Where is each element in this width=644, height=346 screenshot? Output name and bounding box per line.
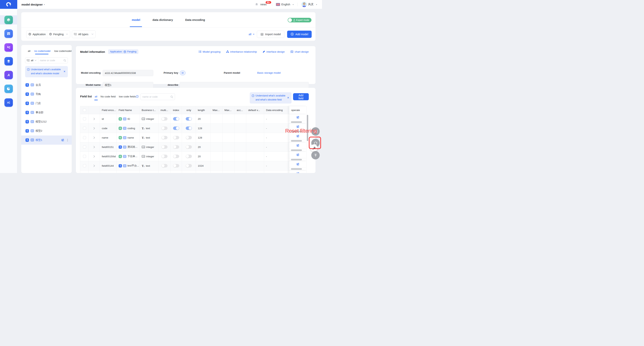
field-tab-all[interactable]: all xyxy=(95,95,97,98)
sliders-icon[interactable] xyxy=(61,139,64,142)
only-toggle[interactable] xyxy=(186,155,192,158)
more-options-icon[interactable]: ⋮ xyxy=(66,138,69,142)
top-card: modeldata dictionaryData encoding Expert… xyxy=(21,12,316,41)
user-menu[interactable]: 风灵 ▾ xyxy=(302,2,317,7)
index-toggle[interactable] xyxy=(173,164,179,168)
field-tab-no-code-field[interactable]: No code field xyxy=(100,95,116,98)
chart-panel-button[interactable] xyxy=(311,127,320,136)
expand-row-icon[interactable] xyxy=(93,137,95,139)
expand-row-icon[interactable] xyxy=(93,155,95,158)
row-checkbox[interactable] xyxy=(83,127,86,130)
model-tab-no-codemodel[interactable]: no codemodel xyxy=(34,50,50,52)
sidebar-item-layer-manager[interactable] xyxy=(0,57,17,66)
model-list-item[interactable]: 无模型2 xyxy=(21,126,72,136)
bell-icon[interactable] xyxy=(255,3,258,6)
app-title[interactable]: model designer xyxy=(22,3,43,6)
expand-row-icon[interactable] xyxy=(93,146,95,148)
expert-mode-toggle[interactable]: Expert mode xyxy=(288,18,312,22)
scrollbar-thumb[interactable] xyxy=(307,115,308,141)
import-model-button[interactable]: Import model xyxy=(257,31,284,38)
model-type-select[interactable]: all xyxy=(25,58,38,63)
close-icon[interactable]: ✕ xyxy=(287,96,290,100)
table-scrollbar[interactable] xyxy=(307,106,308,173)
model-list-item[interactable]: 无模型1⋮ xyxy=(21,136,72,145)
only-toggle[interactable] xyxy=(186,127,192,130)
index-toggle[interactable] xyxy=(173,145,179,149)
index-toggle[interactable] xyxy=(173,155,179,158)
only-toggle[interactable] xyxy=(186,145,192,149)
model-search-input[interactable] xyxy=(40,59,62,62)
multi-toggle[interactable] xyxy=(162,164,168,168)
import-icon xyxy=(260,33,264,36)
sidebar-item-chart-center[interactable] xyxy=(0,84,17,93)
settings-wrench-button[interactable] xyxy=(310,144,318,152)
interface-design-link[interactable]: interface design xyxy=(262,50,284,53)
describe-field[interactable] xyxy=(180,82,309,88)
tab-model[interactable]: model xyxy=(131,16,141,23)
news-link[interactable]: news 99+ xyxy=(260,3,266,6)
question-circle-icon[interactable]: ? xyxy=(136,95,138,98)
back-to-top-button[interactable] xyxy=(311,151,320,160)
sidebar-item-model-designer[interactable] xyxy=(0,15,17,24)
multi-toggle[interactable] xyxy=(162,145,168,149)
model-grouping-link[interactable]: Model grouping xyxy=(198,50,220,53)
row-checkbox[interactable] xyxy=(83,164,86,167)
field-settings-icon[interactable] xyxy=(296,163,300,166)
language-selector[interactable]: English ▾ xyxy=(276,3,294,6)
index-toggle[interactable] xyxy=(173,117,179,121)
model-list-item[interactable]: 无事业部 xyxy=(21,108,72,117)
expand-row-icon[interactable] xyxy=(93,118,95,120)
scope-dropdown[interactable]: all▾ xyxy=(248,33,254,36)
model-list-item[interactable]: 无模型1212 xyxy=(21,117,72,126)
field-search-input[interactable] xyxy=(142,95,169,98)
column-header-index: index xyxy=(170,106,182,114)
model-tab-low-codemodel[interactable]: low codemodel? xyxy=(54,50,72,52)
only-toggle[interactable] xyxy=(186,136,192,139)
model-list-item[interactable]: 无门店 xyxy=(21,99,72,108)
field-settings-icon[interactable] xyxy=(296,135,300,137)
add-field-button[interactable]: Add field xyxy=(293,93,309,100)
multi-toggle[interactable] xyxy=(162,155,168,158)
type-filter[interactable]: All types xyxy=(72,30,96,38)
row-checkbox[interactable] xyxy=(83,136,86,139)
field-settings-icon[interactable] xyxy=(296,154,300,156)
model-list-item[interactable]: 无会员 xyxy=(21,80,72,90)
row-checkbox[interactable] xyxy=(83,146,86,149)
only-toggle[interactable] xyxy=(186,164,192,168)
tab-data-encoding[interactable]: Data encoding xyxy=(184,16,206,23)
model-tab-all[interactable]: all xyxy=(28,50,30,52)
index-toggle[interactable] xyxy=(173,136,179,139)
close-icon[interactable]: ✕ xyxy=(63,69,66,74)
row-checkbox[interactable] xyxy=(83,155,86,158)
inheritance-relationship-link[interactable]: inheritance relationship xyxy=(226,50,257,53)
multi-toggle[interactable] xyxy=(162,117,168,121)
field-settings-icon[interactable] xyxy=(296,144,300,147)
sidebar-item-a-studio[interactable]: A xyxy=(0,70,17,80)
tab-data-dictionary[interactable]: data dictionary xyxy=(152,16,174,23)
add-model-button[interactable]: Add model xyxy=(287,31,312,38)
field-settings-icon[interactable] xyxy=(296,125,300,128)
model-name-field[interactable]: 模型1 xyxy=(102,82,153,88)
chart-design-link[interactable]: chart design xyxy=(290,50,309,53)
expand-row-icon[interactable] xyxy=(93,165,95,167)
model-encoding-field[interactable]: a111.k2.Model0000001538 xyxy=(102,70,153,76)
checkbox-cell xyxy=(80,152,89,161)
sidebar-item-page-designer[interactable] xyxy=(0,29,17,38)
row-checkbox[interactable] xyxy=(83,117,86,120)
application-filter[interactable]: Application Fengling xyxy=(26,30,70,38)
only-toggle[interactable] xyxy=(186,117,192,121)
field-settings-icon[interactable] xyxy=(296,172,300,173)
sidebar-item-flow-designer[interactable] xyxy=(0,43,17,52)
primary-key-pill[interactable]: ID xyxy=(180,71,186,75)
expand-row-icon[interactable] xyxy=(93,127,95,130)
multi-toggle[interactable] xyxy=(162,136,168,139)
model-list-item[interactable]: 无导购 xyxy=(21,90,72,99)
index-toggle[interactable] xyxy=(173,127,179,130)
app-logo[interactable] xyxy=(0,0,17,9)
parent-model-link[interactable]: Basic storage model xyxy=(257,71,280,74)
multi-toggle[interactable] xyxy=(162,127,168,130)
field-tab-low-code-fields[interactable]: low code fields? xyxy=(119,95,138,98)
select-all-checkbox[interactable] xyxy=(83,109,86,112)
field-settings-icon[interactable] xyxy=(296,116,300,119)
sidebar-item-integration[interactable] xyxy=(0,98,17,107)
